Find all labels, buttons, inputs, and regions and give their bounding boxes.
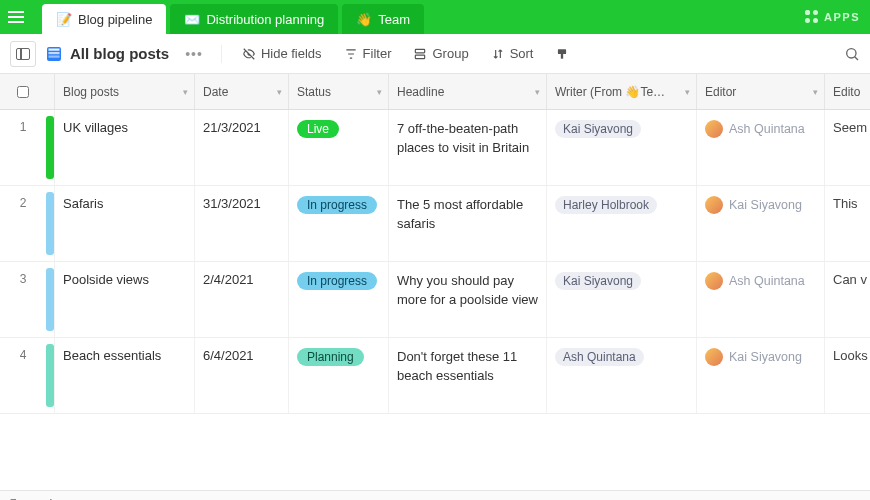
envelope-icon: ✉️ [184, 12, 200, 27]
table-row[interactable]: 4Beach essentials6/4/2021PlanningDon't f… [0, 338, 870, 414]
view-title-text: All blog posts [70, 45, 169, 62]
top-bar: 📝 Blog pipeline ✉️ Distribution planning… [0, 0, 870, 34]
row-number: 1 [0, 110, 46, 185]
status-pill: Live [297, 120, 339, 138]
column-header-date[interactable]: Date▾ [194, 74, 288, 109]
svg-rect-4 [416, 49, 425, 53]
svg-rect-1 [49, 48, 60, 50]
grid-view-icon [46, 46, 62, 62]
column-header-writer[interactable]: Writer (From 👋Te…▾ [546, 74, 696, 109]
sort-label: Sort [510, 46, 534, 61]
cell-editor-notes[interactable]: Can v [824, 262, 870, 337]
paint-icon [555, 47, 569, 61]
color-bar [46, 344, 54, 407]
table-tabs: 📝 Blog pipeline ✉️ Distribution planning… [42, 0, 424, 34]
hamburger-menu-button[interactable] [8, 6, 30, 28]
color-bar [46, 192, 54, 255]
cell-headline[interactable]: Don't forget these 11 beach essentials [388, 338, 546, 413]
cell-date[interactable]: 21/3/2021 [194, 110, 288, 185]
apps-button[interactable]: APPS [805, 10, 860, 24]
cell-editor-notes[interactable]: Looks [824, 338, 870, 413]
toggle-views-sidebar-button[interactable] [10, 41, 36, 67]
editor-name: Kai Siyavong [729, 198, 802, 212]
cell-writer[interactable]: Ash Quintana [546, 338, 696, 413]
cell-editor[interactable]: Kai Siyavong [696, 338, 824, 413]
cell-editor[interactable]: Kai Siyavong [696, 186, 824, 261]
cell-headline[interactable]: Why you should pay more for a poolside v… [388, 262, 546, 337]
column-header-editor[interactable]: Editor▾ [696, 74, 824, 109]
cell-headline[interactable]: 7 off-the-beaten-path places to visit in… [388, 110, 546, 185]
cell-writer[interactable]: Kai Siyavong [546, 110, 696, 185]
search-button[interactable] [844, 46, 860, 62]
table-row[interactable]: 2Safaris31/3/2021In progressThe 5 most a… [0, 186, 870, 262]
chevron-down-icon: ▾ [535, 87, 540, 97]
view-options-button[interactable]: ••• [179, 46, 209, 62]
column-header-blog-posts[interactable]: Blog posts▾ [54, 74, 194, 109]
svg-rect-6 [558, 49, 566, 54]
filter-button[interactable]: Filter [336, 42, 400, 65]
svg-point-8 [847, 48, 856, 57]
apps-grid-icon [805, 10, 819, 24]
group-label: Group [432, 46, 468, 61]
cell-date[interactable]: 6/4/2021 [194, 338, 288, 413]
cell-editor[interactable]: Ash Quintana [696, 262, 824, 337]
tab-distribution-planning[interactable]: ✉️ Distribution planning [170, 4, 338, 34]
status-pill: Planning [297, 348, 364, 366]
cell-editor[interactable]: Ash Quintana [696, 110, 824, 185]
editor-name: Ash Quintana [729, 274, 805, 288]
row-number: 3 [0, 262, 46, 337]
chevron-down-icon: ▾ [183, 87, 188, 97]
avatar [705, 196, 723, 214]
cell-status[interactable]: In progress [288, 262, 388, 337]
filter-icon [344, 47, 358, 61]
cell-blog-post[interactable]: Poolside views [54, 262, 194, 337]
apps-label: APPS [824, 11, 860, 23]
cell-headline[interactable]: The 5 most affordable safaris [388, 186, 546, 261]
tab-team[interactable]: 👋 Team [342, 4, 424, 34]
editor-name: Kai Siyavong [729, 350, 802, 364]
cell-blog-post[interactable]: Safaris [54, 186, 194, 261]
cell-date[interactable]: 2/4/2021 [194, 262, 288, 337]
cell-status[interactable]: In progress [288, 186, 388, 261]
sidebar-icon [16, 48, 30, 60]
column-header-editor-notes[interactable]: Edito [824, 74, 870, 109]
cell-status[interactable]: Planning [288, 338, 388, 413]
group-icon [413, 47, 427, 61]
svg-rect-3 [49, 55, 60, 57]
avatar [705, 272, 723, 290]
column-header-headline[interactable]: Headline▾ [388, 74, 546, 109]
cell-editor-notes[interactable]: Seem [824, 110, 870, 185]
cell-writer[interactable]: Kai Siyavong [546, 262, 696, 337]
table-row[interactable]: 3Poolside views2/4/2021In progressWhy yo… [0, 262, 870, 338]
status-pill: In progress [297, 272, 377, 290]
person-tag: Harley Holbrook [555, 196, 657, 214]
chevron-down-icon: ▾ [685, 87, 690, 97]
avatar [705, 348, 723, 366]
cell-status[interactable]: Live [288, 110, 388, 185]
color-bar [46, 268, 54, 331]
sort-button[interactable]: Sort [483, 42, 542, 65]
view-picker[interactable]: All blog posts [46, 45, 169, 62]
color-button[interactable] [547, 43, 577, 65]
record-count: 7 records [10, 497, 58, 501]
wave-icon: 👋 [356, 12, 372, 27]
cell-writer[interactable]: Harley Holbrook [546, 186, 696, 261]
grid-rows[interactable]: 1UK villages21/3/2021Live7 off-the-beate… [0, 110, 870, 490]
hide-fields-button[interactable]: Hide fields [234, 42, 330, 65]
group-button[interactable]: Group [405, 42, 476, 65]
cell-date[interactable]: 31/3/2021 [194, 186, 288, 261]
editor-name: Ash Quintana [729, 122, 805, 136]
row-number: 4 [0, 338, 46, 413]
select-all-cell[interactable] [0, 86, 46, 98]
chevron-down-icon: ▾ [277, 87, 282, 97]
column-header-status[interactable]: Status▾ [288, 74, 388, 109]
person-tag: Kai Siyavong [555, 272, 641, 290]
cell-blog-post[interactable]: Beach essentials [54, 338, 194, 413]
tab-blog-pipeline[interactable]: 📝 Blog pipeline [42, 4, 166, 34]
select-all-checkbox[interactable] [17, 86, 29, 98]
view-toolbar: All blog posts ••• Hide fields Filter Gr… [0, 34, 870, 74]
cell-editor-notes[interactable]: This [824, 186, 870, 261]
table-row[interactable]: 1UK villages21/3/2021Live7 off-the-beate… [0, 110, 870, 186]
cell-blog-post[interactable]: UK villages [54, 110, 194, 185]
chevron-down-icon: ▾ [377, 87, 382, 97]
